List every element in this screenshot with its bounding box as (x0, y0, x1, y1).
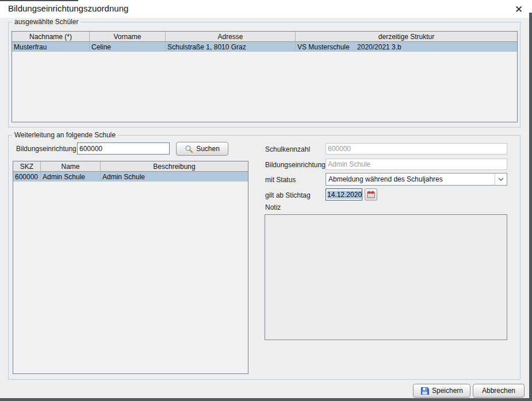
titlebar: Bildungseinrichtungszuordnung ✕ (0, 0, 532, 18)
cell-name: Admin Schule (41, 172, 101, 182)
results-col-beschreibung[interactable]: Beschreibung (101, 161, 248, 172)
cell-beschreibung: Admin Schule (101, 172, 248, 182)
search-field-label: Bildungseinrichtung (16, 145, 76, 153)
students-table-header: Nachname (*) Vorname Adresse derzeitige … (12, 32, 517, 42)
cell-struktur: VS Musterschule 2020/2021 3.b (296, 42, 517, 52)
bildungseinrichtung-label: Bildungseinrichtung (265, 161, 326, 169)
background-window-strip-bottom (0, 398, 532, 401)
notiz-label: Notiz (265, 203, 281, 211)
save-icon (420, 387, 429, 395)
bildungseinrichtung-input[interactable] (326, 159, 507, 170)
bildungseinrichtung-search-input[interactable] (77, 142, 170, 155)
chevron-down-icon (495, 173, 507, 185)
students-col-struktur[interactable]: derzeitige Struktur (296, 32, 517, 42)
background-window-strip-right (529, 13, 532, 401)
cell-nachname: Musterfrau (12, 42, 90, 52)
notiz-textarea[interactable] (265, 214, 507, 340)
students-table-row-selected[interactable]: Musterfrau Celine Schulstraße 1, 8010 Gr… (12, 42, 517, 52)
schulkennzahl-input[interactable] (326, 143, 507, 155)
group-forwarding-school: Weiterleitung an folgende Schule Bildung… (8, 135, 520, 380)
students-col-adresse[interactable]: Adresse (166, 32, 296, 42)
abbrechen-button[interactable]: Abbrechen (473, 384, 525, 398)
status-dropdown-value: Abmeldung während des Schuljahres (328, 175, 443, 183)
group-selected-students: ausgewählte Schüler Nachname (*) Vorname… (8, 22, 520, 128)
cell-vorname: Celine (90, 42, 166, 52)
calendar-icon (367, 191, 375, 198)
students-col-vorname[interactable]: Vorname (90, 32, 166, 42)
background-window-strip-top (0, 0, 78, 1)
dialog-bildungseinrichtungszuordnung: Bildungseinrichtungszuordnung ✕ ausgewäh… (0, 0, 532, 401)
abbrechen-button-label: Abbrechen (482, 387, 515, 395)
results-col-skz[interactable]: SKZ (13, 161, 41, 172)
cell-skz: 600000 (13, 172, 41, 182)
status-label: mit Status (265, 176, 296, 184)
speichern-button-label: Speichern (432, 387, 463, 395)
students-table: Nachname (*) Vorname Adresse derzeitige … (12, 31, 518, 122)
suchen-button-label: Suchen (196, 145, 220, 153)
stichtag-label: gilt ab Stichtag (265, 191, 311, 199)
results-table-header: SKZ Name Beschreibung (13, 161, 248, 172)
stichtag-input[interactable]: 14.12.2020 (326, 188, 362, 200)
speichern-button[interactable]: Speichern (413, 384, 470, 398)
schulkennzahl-label: Schulkennzahl (265, 145, 310, 153)
window-title: Bildungseinrichtungszuordnung (8, 3, 128, 13)
cell-adresse: Schulstraße 1, 8010 Graz (166, 42, 296, 52)
suchen-button[interactable]: Suchen (176, 142, 228, 156)
close-icon: ✕ (515, 3, 523, 16)
group-selected-students-title: ausgewählte Schüler (12, 18, 81, 26)
search-icon (185, 145, 193, 153)
status-dropdown[interactable]: Abmeldung während des Schuljahres (326, 173, 507, 186)
results-col-name[interactable]: Name (41, 161, 101, 172)
students-col-nachname[interactable]: Nachname (*) (12, 32, 90, 42)
results-table: SKZ Name Beschreibung 600000 Admin Schul… (13, 161, 248, 374)
group-forwarding-title: Weiterleitung an folgende Schule (12, 131, 118, 139)
stichtag-value: 14.12.2020 (327, 191, 362, 199)
close-button[interactable]: ✕ (512, 3, 525, 16)
calendar-button[interactable] (365, 188, 377, 200)
results-table-row-selected[interactable]: 600000 Admin Schule Admin Schule (13, 172, 248, 182)
